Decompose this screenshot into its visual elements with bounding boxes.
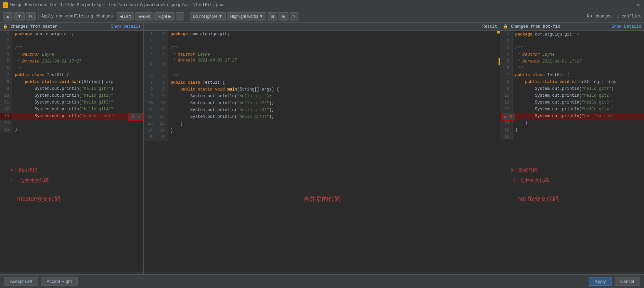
- cancel-button[interactable]: Cancel: [615, 277, 640, 286]
- table-row: 3/**: [0, 44, 143, 51]
- right-panel-header: 🔒 Changes from hot-fix Show Details: [500, 23, 644, 31]
- columns-button[interactable]: ⊟: [268, 12, 277, 20]
- table-row: 15}: [0, 126, 143, 133]
- table-row: 10 System.out.println("hello git2!": [500, 92, 644, 99]
- table-row: 2: [500, 38, 644, 44]
- apply-right-button[interactable]: Right ▶: [154, 12, 174, 20]
- title-bar: G Merge Revisions for D:\IdeaProjects\gi…: [0, 0, 644, 10]
- table-row: 7 7 public class TestGit {: [144, 79, 500, 86]
- center-scrollbar[interactable]: [144, 272, 500, 274]
- table-row: 9 System.out.println("hello git!"): [0, 85, 143, 92]
- conflict-row-left: 13 System.out.println("master test!: [0, 113, 143, 120]
- settings-button[interactable]: ⚙: [279, 12, 288, 20]
- apply-left-button[interactable]: ◀ Left: [117, 12, 134, 20]
- table-row: 4 * @author Layne: [500, 51, 644, 58]
- center-panel: Result 1 1 package com.atguigu.git; 2 2 …: [144, 23, 500, 274]
- show-details-right[interactable]: Show Details: [612, 24, 641, 29]
- accept-right-button[interactable]: Accept Right: [41, 277, 78, 286]
- table-row: 13 13 }: [144, 120, 500, 127]
- left-merge-buttons: ✕ »: [128, 113, 143, 121]
- next-change-button[interactable]: ▼: [14, 12, 25, 20]
- table-row: 3 3 /**: [144, 44, 500, 51]
- table-row: 9 System.out.println("hello git!"): [500, 85, 644, 92]
- table-row: 14 }: [500, 120, 644, 126]
- do-not-ignore-label: Do not ignore: [193, 14, 218, 19]
- table-row: 6 */: [0, 65, 143, 72]
- apply-non-conflicting-label: Apply non-conflicting changes:: [41, 14, 115, 19]
- table-row: 7public class TestGit {: [0, 72, 143, 79]
- table-row: 5 5 * @create 2021-04-01 17:27: [144, 58, 500, 72]
- table-row: 8 8 public static void main(String[] arg…: [144, 86, 500, 93]
- right-accept-button[interactable]: «: [503, 114, 507, 120]
- highlight-words-label: Highlight words: [230, 14, 258, 19]
- lock-icon-left: 🔒: [3, 24, 8, 29]
- table-row: 11 System.out.println("hello git3!": [0, 99, 143, 106]
- table-row: 12 System.out.println("hello git4!": [0, 106, 143, 113]
- do-not-ignore-dropdown[interactable]: Do not ignore ▼: [190, 12, 226, 20]
- toolbar-sep-1: [38, 13, 39, 20]
- left-branch-label: Changes from master: [11, 24, 57, 29]
- apply-button[interactable]: Apply: [589, 277, 612, 286]
- right-annotation-x: X：删掉代码: [511, 167, 538, 174]
- append-button[interactable]: ↓: [176, 12, 184, 20]
- table-row: 15 15: [144, 134, 500, 141]
- accept-left-button[interactable]: Accept Left: [4, 277, 38, 286]
- right-branch-label: Changes from hot-fix: [511, 24, 560, 29]
- center-branch-label: 合并后的代码: [304, 195, 340, 203]
- table-row: 9 9 System.out.println("hello git!");: [144, 93, 500, 100]
- table-row: 14 }: [0, 120, 143, 126]
- app-icon: G: [3, 2, 8, 8]
- right-panel: 🔒 Changes from hot-fix Show Details 1pac…: [500, 23, 644, 274]
- right-code-area: 1package com.atguigu.git; ✓ 2 3/** 4 * @…: [500, 31, 644, 272]
- help-button[interactable]: ?: [290, 12, 298, 20]
- table-row: 14 14 }: [144, 127, 500, 134]
- center-panel-header: Result: [144, 23, 500, 31]
- show-details-left[interactable]: Show Details: [111, 24, 141, 29]
- lock-icon-right: 🔒: [503, 24, 508, 29]
- yellow-conflict-marker: [497, 31, 500, 33]
- highlight-words-dropdown[interactable]: Highlight words ▼: [227, 12, 267, 20]
- left-annotation-x: X：删掉代码: [10, 167, 37, 174]
- table-row: 11 System.out.println("hello git3!": [500, 99, 644, 106]
- right-merge-buttons: « ✕: [501, 113, 515, 121]
- table-row: 1package com.atguigu.git; ✓: [500, 31, 644, 38]
- table-row: 5 * @create 2021-04-01 17:27: [0, 58, 143, 65]
- table-row: 12 System.out.println("hello git4!": [500, 106, 644, 113]
- toolbar: ▲ ▼ ⟳ Apply non-conflicting changes: ◀ L…: [0, 10, 644, 23]
- table-row: 12 12 System.out.println("hello git4!");: [144, 113, 500, 120]
- title-text: Merge Revisions for D:\IdeaProjects\git-…: [10, 3, 634, 8]
- left-scrollbar[interactable]: [0, 272, 143, 274]
- table-row: 6 */: [500, 65, 644, 72]
- table-row: 8 public static void main(String[] arg: [0, 79, 143, 85]
- table-row: 4 * @author Layne: [0, 51, 143, 58]
- close-button[interactable]: ✕: [636, 2, 641, 8]
- left-panel: 🔒 Changes from master Show Details 1pack…: [0, 23, 144, 274]
- apply-all-button[interactable]: ◀◀ All: [135, 12, 153, 20]
- refresh-button[interactable]: ⟳: [26, 12, 36, 20]
- table-row: 8 public static void main(String[] args: [500, 79, 644, 85]
- yellow-line-marker: [499, 58, 500, 65]
- main-content: 🔒 Changes from master Show Details 1pack…: [0, 23, 644, 274]
- right-annotation-arrow: 《：合并冲突代码: [511, 178, 549, 184]
- master-branch-label: master分支代码: [17, 195, 61, 203]
- table-row: 2: [0, 38, 143, 44]
- conflict-row-right: 13 System.out.println("hot-fix test!: [500, 113, 644, 120]
- right-scrollbar[interactable]: [500, 272, 644, 274]
- table-row: 10 10 System.out.println("hello git2!");: [144, 100, 500, 107]
- toolbar-sep-2: [187, 13, 187, 20]
- hotfix-branch-label: hot-fix分支代码: [517, 195, 559, 203]
- table-row: 2 2: [144, 38, 500, 44]
- table-row: 7public class TestGit {: [500, 72, 644, 79]
- table-row: 3/**: [500, 44, 644, 51]
- prev-change-button[interactable]: ▲: [3, 12, 13, 20]
- highlight-dropdown-arrow-icon: ▼: [259, 14, 263, 19]
- center-result-label: Result: [482, 24, 497, 29]
- left-code-area: 1package com.atguigu.git; 2 3/** 4 * @au…: [0, 31, 143, 272]
- left-accept-button[interactable]: »: [137, 114, 141, 120]
- right-reject-button[interactable]: ✕: [508, 114, 514, 120]
- left-reject-button[interactable]: ✕: [130, 114, 136, 120]
- bottom-bar: Accept Left Accept Right Apply Cancel: [0, 274, 644, 288]
- table-row: 4 4 * @author Layne: [144, 51, 500, 58]
- right-code-table: 1package com.atguigu.git; ✓ 2 3/** 4 * @…: [500, 31, 644, 140]
- left-annotation-arrow: 》：合并冲突代码: [10, 178, 49, 184]
